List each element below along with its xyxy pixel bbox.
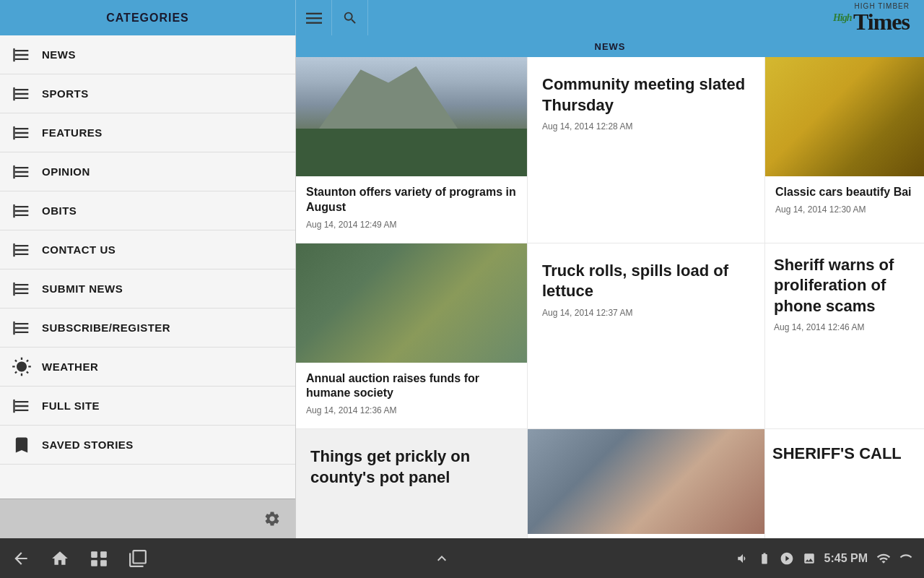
article-body: Staunton offers variety of programs in A…	[296, 176, 527, 243]
svg-rect-10	[13, 321, 14, 335]
weather-icon	[12, 357, 32, 377]
article-pot-panel[interactable]: Things get prickly on county's pot panel	[296, 429, 527, 538]
article-body: Truck rolls, spills load of lettuce Aug …	[528, 243, 764, 429]
speaker-image	[528, 429, 764, 534]
news-tab-label: NEWS	[595, 41, 626, 52]
signal-icon	[899, 552, 912, 565]
article-community[interactable]: Community meeting slated Thursday Aug 14…	[528, 57, 764, 243]
sidebar-item-subscribe-label: SUBSCRIBE/REGISTER	[42, 322, 170, 334]
sidebar-item-weather[interactable]: WEATHER	[0, 348, 295, 387]
article-date: Aug 14, 2014 12:36 AM	[306, 405, 517, 415]
article-sheriffs-call[interactable]: SHERIFF'S CALL	[765, 429, 924, 538]
svg-rect-9	[13, 282, 14, 296]
expand-button[interactable]	[433, 550, 450, 567]
sidebar-item-obits[interactable]: OBITS	[0, 191, 295, 230]
obits-icon	[12, 201, 32, 221]
article-truck[interactable]: Truck rolls, spills load of lettuce Aug …	[528, 243, 764, 429]
article-title: Annual auction raises funds for humane s…	[306, 371, 517, 402]
svg-rect-3	[13, 48, 14, 61]
news-tab-bar: NEWS	[296, 35, 924, 57]
svg-rect-6	[13, 165, 14, 178]
sidebar-item-sports-label: SPORTS	[42, 87, 89, 100]
categories-header: CATEGORIES	[0, 0, 296, 35]
sidebar-item-features[interactable]: FEATURES	[0, 113, 295, 152]
news-icon	[12, 45, 32, 65]
car-image	[765, 57, 924, 176]
hamburger-button[interactable]	[296, 0, 332, 35]
article-date: Aug 14, 2014 12:46 AM	[774, 322, 915, 332]
svg-rect-5	[13, 126, 14, 139]
logo-green-text: High	[833, 12, 853, 23]
sidebar-item-contact-label: CONTACT US	[42, 243, 116, 256]
sidebar-item-weather-label: WEATHER	[42, 361, 98, 373]
article-title: Staunton offers variety of programs in A…	[306, 185, 517, 215]
svg-rect-0	[306, 12, 322, 14]
sidebar-footer	[0, 499, 295, 538]
sidebar-item-features-label: FEATURES	[42, 126, 103, 139]
home-button[interactable]	[51, 549, 69, 568]
article-body: SHERIFF'S CALL	[765, 429, 924, 538]
article-body: Community meeting slated Thursday Aug 14…	[528, 57, 764, 243]
svg-rect-11	[13, 399, 14, 413]
gallery-icon	[803, 552, 816, 565]
newspaper-logo: HIGH TIMBER High Times	[833, 3, 910, 33]
mountain-image	[296, 57, 527, 176]
article-date: Aug 14, 2014 12:30 AM	[775, 204, 914, 215]
opinion-icon	[12, 162, 32, 182]
article-date: Aug 14, 2014 12:28 AM	[542, 121, 750, 131]
sidebar-item-contact[interactable]: CONTACT US	[0, 230, 295, 269]
article-body: Sheriff warns of proliferation of phone …	[765, 243, 924, 429]
bottom-nav-left	[12, 549, 147, 568]
article-title: Truck rolls, spills load of lettuce	[542, 261, 750, 302]
contact-icon	[12, 240, 32, 260]
sidebar-item-saved[interactable]: SAVED STORIES	[0, 426, 295, 465]
bottom-nav: 5:45 PM	[0, 538, 924, 578]
main-area: NEWS SPORTS FEATURES OPINION OBITS	[0, 35, 924, 538]
sidebar-item-subscribe[interactable]: SUBSCRIBE/REGISTER	[0, 309, 295, 348]
google-plus-icon	[780, 551, 794, 566]
settings-button[interactable]	[261, 507, 284, 530]
recents-button[interactable]	[90, 549, 108, 568]
article-sheriff-scams[interactable]: Sheriff warns of proliferation of phone …	[765, 243, 924, 429]
svg-rect-1	[306, 17, 322, 19]
sidebar-item-fullsite[interactable]: FULL SITE	[0, 387, 295, 426]
volume-icon	[736, 552, 749, 565]
sidebar-item-news[interactable]: NEWS	[0, 35, 295, 74]
screenshot-button[interactable]	[128, 549, 147, 568]
sidebar-item-saved-label: SAVED STORIES	[42, 439, 134, 451]
svg-rect-15	[100, 560, 107, 566]
top-bar: CATEGORIES HIGH TIMBER High Times	[0, 0, 924, 35]
article-title: Things get prickly on county's pot panel	[310, 447, 513, 488]
logo-big-text: High Times	[833, 10, 910, 33]
svg-rect-14	[91, 560, 97, 566]
sidebar-item-submit-label: SUBMIT NEWS	[42, 282, 123, 295]
status-bar: 5:45 PM	[736, 551, 912, 566]
article-body: Annual auction raises funds for humane s…	[296, 363, 527, 429]
news-grid: Staunton offers variety of programs in A…	[296, 57, 924, 538]
sidebar-item-submit[interactable]: SUBMIT NEWS	[0, 269, 295, 309]
article-speaker[interactable]	[528, 429, 764, 538]
svg-rect-2	[306, 22, 322, 23]
saved-icon	[12, 435, 32, 455]
article-auction[interactable]: Annual auction raises funds for humane s…	[296, 243, 527, 429]
time-text: 5:45	[824, 552, 847, 564]
sports-icon	[12, 84, 32, 104]
article-title: Sheriff warns of proliferation of phone …	[774, 255, 915, 317]
back-button[interactable]	[12, 549, 30, 568]
article-date: Aug 14, 2014 12:37 AM	[542, 308, 750, 318]
article-classic-cars[interactable]: Classic cars beautify Bai Aug 14, 2014 1…	[765, 57, 924, 243]
svg-rect-12	[91, 551, 97, 558]
search-button[interactable]	[332, 0, 368, 35]
subscribe-icon	[12, 318, 32, 338]
categories-label: CATEGORIES	[106, 12, 189, 25]
sidebar-item-opinion[interactable]: OPINION	[0, 152, 295, 191]
article-title: Community meeting slated Thursday	[542, 74, 750, 116]
svg-rect-7	[13, 204, 14, 217]
submit-icon	[12, 279, 32, 299]
article-staunton[interactable]: Staunton offers variety of programs in A…	[296, 57, 527, 243]
svg-rect-13	[100, 551, 107, 558]
sidebar-item-sports[interactable]: SPORTS	[0, 74, 295, 113]
sidebar-item-opinion-label: OPINION	[42, 165, 90, 178]
news-content: NEWS Staunton offers variety of programs…	[296, 35, 924, 538]
sidebar-item-fullsite-label: FULL SITE	[42, 400, 100, 412]
